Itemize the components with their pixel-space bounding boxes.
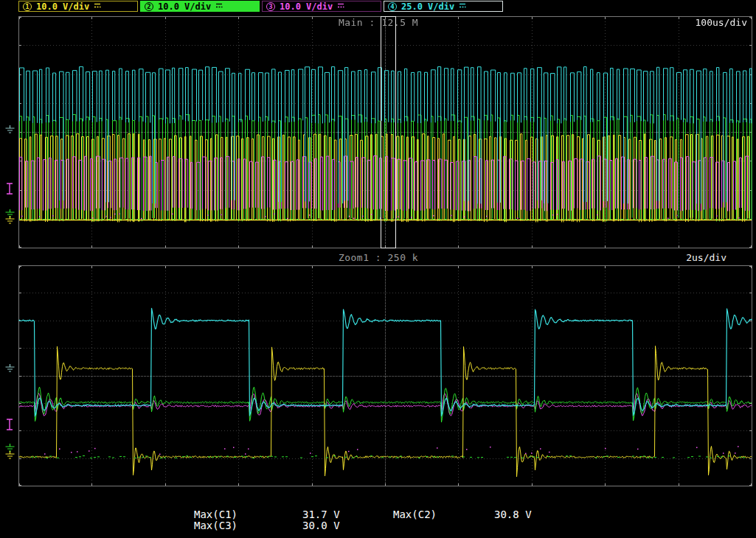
channel2-indicator[interactable]: 2 10.0 V/div xyxy=(140,1,260,12)
main-record-label: Main : 12.5 M xyxy=(316,17,441,28)
measurement-max-c3-label: Max(C3) xyxy=(194,520,237,531)
channel-indicator-bar: 1 10.0 V/div 2 10.0 V/div 3 10.0 V/div xyxy=(18,1,503,12)
channel2-number-badge: 2 xyxy=(145,2,153,11)
ch4-ground-icon xyxy=(4,364,15,373)
channel4-scale: 25.0 V/div xyxy=(401,1,454,12)
ch4-ground-icon xyxy=(4,125,15,134)
channel1-indicator[interactable]: 1 10.0 V/div xyxy=(18,1,138,12)
ch3-level-marker-icon xyxy=(6,419,13,430)
measurement-max-c3-value: 30.0 V xyxy=(302,520,340,531)
dc-coupling-icon xyxy=(337,2,344,9)
dc-coupling-icon xyxy=(215,2,223,9)
ch3-level-marker-icon xyxy=(6,183,13,195)
dc-coupling-icon xyxy=(459,2,466,9)
ch1-ground-icon xyxy=(4,451,15,460)
channel4-number-badge: 4 xyxy=(388,2,397,11)
channel3-scale: 10.0 V/div xyxy=(280,1,333,12)
channel3-indicator[interactable]: 3 10.0 V/div xyxy=(262,1,381,12)
ch1-ground-icon xyxy=(4,216,15,225)
zoom-region-indicator[interactable] xyxy=(381,16,396,248)
measurement-max-c2-label: Max(C2) xyxy=(393,509,437,520)
main-timebase-label: 100us/div xyxy=(696,17,747,28)
channel4-indicator[interactable]: 4 25.0 V/div xyxy=(384,1,503,12)
channel3-number-badge: 3 xyxy=(266,2,275,11)
dc-coupling-icon xyxy=(94,2,101,9)
channel1-scale: 10.0 V/div xyxy=(36,1,89,12)
zoom-record-label: Zoom1 : 250 k xyxy=(316,252,441,263)
channel2-scale: 10.0 V/div xyxy=(158,1,211,12)
oscilloscope-screen: 1 10.0 V/div 2 10.0 V/div 3 10.0 V/div xyxy=(0,0,756,538)
measurement-max-c1-label: Max(C1) xyxy=(194,509,237,520)
channel1-number-badge: 1 xyxy=(23,2,32,11)
zoom-timebase-label: 2us/div xyxy=(686,252,726,263)
measurement-max-c2-value: 30.8 V xyxy=(494,509,532,520)
measurement-max-c1-value: 31.7 V xyxy=(302,509,340,520)
zoom-waveform-display xyxy=(18,265,752,486)
